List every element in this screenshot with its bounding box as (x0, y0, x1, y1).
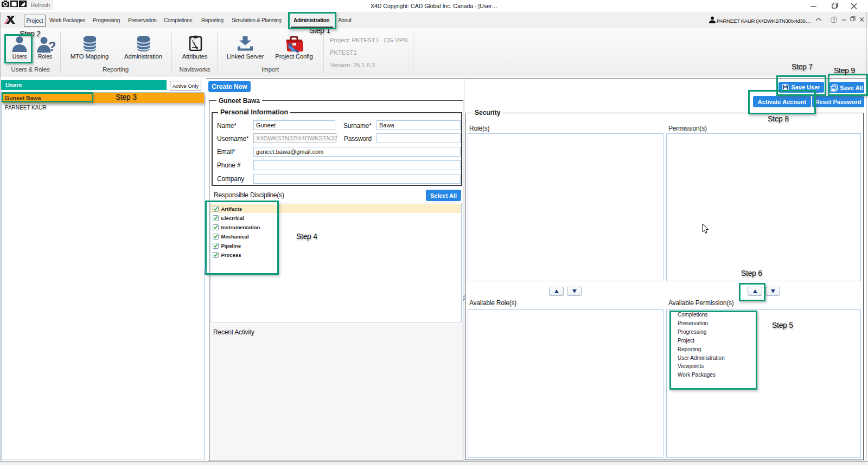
svg-text:?: ? (48, 40, 55, 53)
svg-text:?: ? (833, 17, 835, 23)
